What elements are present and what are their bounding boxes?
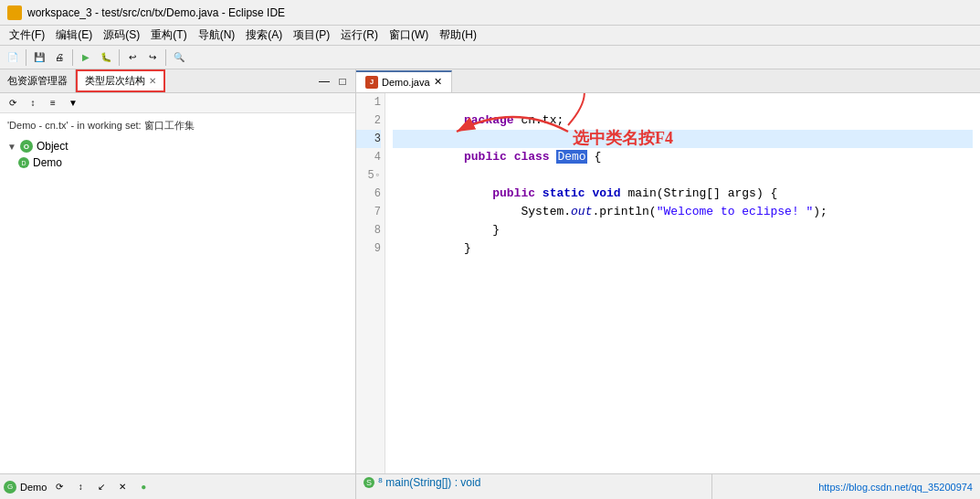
ln-8: 8	[356, 221, 381, 239]
menu-item-6[interactable]: 项目(P)	[288, 26, 335, 45]
main-area: 包资源管理器 类型层次结构 ✕ — □ ⟳ ↕ ≡ ▼ 'Demo - cn.t…	[0, 69, 980, 473]
bottom-btn4[interactable]: ✕	[113, 478, 132, 496]
tree-node-object[interactable]: ▼ O Object	[4, 138, 352, 154]
object-icon: O	[20, 140, 33, 153]
toolbar-save[interactable]: 💾	[30, 48, 48, 67]
bottom-class-icon: G	[4, 481, 16, 494]
tab-package-explorer[interactable]: 包资源管理器	[0, 69, 76, 92]
ln-1: 1	[356, 93, 381, 111]
bottom-btn2[interactable]: ↕	[71, 478, 90, 496]
method-icon: S	[364, 477, 374, 488]
maximize-btn[interactable]: □	[333, 72, 352, 90]
ln-7: 7	[356, 203, 381, 221]
bottom-icons: ⟳ ↕ ↙ ✕ ●	[50, 478, 153, 496]
toolbar-print[interactable]: 🖨	[50, 48, 68, 67]
tree-area: 'Demo - cn.tx' - in working set: 窗口工作集 ▼…	[0, 113, 355, 473]
bottom-class-name: Demo	[20, 482, 47, 493]
tab-type-hierarchy-label: 类型层次结构	[85, 74, 145, 88]
menu-item-9[interactable]: 帮助(H)	[434, 26, 482, 45]
sep4	[165, 49, 166, 66]
code-editor[interactable]: 1 2 3 4 5◦ 6 7 8 9 package cn.tx; public…	[356, 93, 980, 473]
tab-package-explorer-label: 包资源管理器	[7, 74, 68, 88]
bottom-btn5[interactable]: ●	[134, 478, 153, 496]
demo-label: Demo	[33, 156, 62, 169]
code-line-5: public static void main(String[] args) {	[393, 166, 973, 185]
menu-item-7[interactable]: 运行(R)	[335, 26, 384, 45]
bottom-btn3[interactable]: ↙	[92, 478, 111, 496]
bottom-right: https://blog.csdn.net/qq_35200974	[712, 474, 980, 499]
menu-item-0[interactable]: 文件(F)	[4, 26, 50, 45]
tree-node-demo[interactable]: D Demo	[4, 154, 352, 171]
eclipse-icon	[7, 5, 22, 20]
code-line-1: package cn.tx;	[393, 93, 973, 111]
editor-tab-bar: J Demo.java ✕	[356, 69, 980, 93]
code-line-3: public class Demo {	[393, 130, 973, 148]
lft-btn1[interactable]: ⟳	[4, 94, 22, 112]
menu-bar: 文件(F)编辑(E)源码(S)重构(T)导航(N)搜索(A)项目(P)运行(R)…	[0, 26, 980, 46]
tab-type-hierarchy[interactable]: 类型层次结构 ✕	[76, 69, 165, 92]
toolbar-run[interactable]: ▶	[77, 48, 95, 67]
menu-item-3[interactable]: 重构(T)	[145, 26, 192, 45]
lft-btn4[interactable]: ▼	[64, 94, 82, 112]
left-panel: 包资源管理器 类型层次结构 ✕ — □ ⟳ ↕ ≡ ▼ 'Demo - cn.t…	[0, 69, 356, 473]
arrow-object: ▼	[7, 142, 16, 152]
editor-tab-demo[interactable]: J Demo.java ✕	[356, 70, 452, 92]
toolbar-search[interactable]: 🔍	[170, 48, 188, 67]
code-line-9	[393, 239, 973, 258]
bottom-left: G Demo ⟳ ↕ ↙ ✕ ●	[0, 474, 356, 499]
right-panel: J Demo.java ✕ 1 2 3 4 5◦ 6 7 8 9 package…	[356, 69, 980, 473]
code-content: package cn.tx; public class Demo { publi…	[385, 93, 980, 473]
toolbar-undo[interactable]: ↩	[123, 48, 142, 67]
ln-9: 9	[356, 239, 381, 258]
title-bar: workspace_3 - test/src/cn/tx/Demo.java -…	[0, 0, 980, 26]
tab-type-hierarchy-close[interactable]: ✕	[149, 76, 156, 86]
lft-btn2[interactable]: ↕	[24, 94, 42, 112]
ln-6: 6	[356, 185, 381, 203]
toolbar: 📄 💾 🖨 ▶ 🐛 ↩ ↪ 🔍	[0, 46, 980, 69]
menu-item-8[interactable]: 窗口(W)	[384, 26, 434, 45]
menu-item-5[interactable]: 搜索(A)	[240, 26, 288, 45]
lft-btn3[interactable]: ≡	[44, 94, 62, 112]
sep3	[119, 49, 120, 66]
menu-item-1[interactable]: 编辑(E)	[50, 26, 98, 45]
editor-tab-label: Demo.java	[382, 77, 430, 88]
menu-item-2[interactable]: 源码(S)	[98, 26, 145, 45]
ln-4: 4	[356, 148, 381, 166]
ln-5: 5◦	[356, 166, 381, 185]
method-label: ⁸ main(String[]) : void	[378, 476, 480, 489]
left-tab-bar: 包资源管理器 类型层次结构 ✕ — □	[0, 69, 355, 93]
left-sub-toolbar: ⟳ ↕ ≡ ▼	[0, 93, 355, 113]
editor-tab-close[interactable]: ✕	[434, 76, 442, 88]
selected-classname: Demo	[556, 150, 586, 164]
toolbar-redo[interactable]: ↪	[143, 48, 162, 67]
method-row: S ⁸ main(String[]) : void	[360, 476, 708, 489]
line-numbers: 1 2 3 4 5◦ 6 7 8 9	[356, 93, 385, 473]
bottom-btn1[interactable]: ⟳	[50, 478, 68, 496]
bottom-bar: G Demo ⟳ ↕ ↙ ✕ ● S ⁸ main(String[]) : vo…	[0, 473, 980, 499]
ln-3: 3	[356, 130, 381, 148]
menu-item-4[interactable]: 导航(N)	[193, 26, 241, 45]
toolbar-new[interactable]: 📄	[4, 48, 22, 67]
object-label: Object	[37, 140, 68, 153]
ln-2: 2	[356, 111, 381, 130]
sep2	[72, 49, 73, 66]
csdn-link[interactable]: https://blog.csdn.net/qq_35200974	[818, 482, 973, 493]
minimize-btn[interactable]: —	[315, 72, 333, 90]
sep1	[26, 49, 26, 66]
toolbar-debug[interactable]: 🐛	[97, 48, 115, 67]
java-file-icon: J	[365, 76, 378, 89]
title-text: workspace_3 - test/src/cn/tx/Demo.java -…	[27, 6, 285, 19]
demo-icon: D	[18, 157, 29, 168]
tree-context: 'Demo - cn.tx' - in working set: 窗口工作集	[4, 117, 352, 134]
